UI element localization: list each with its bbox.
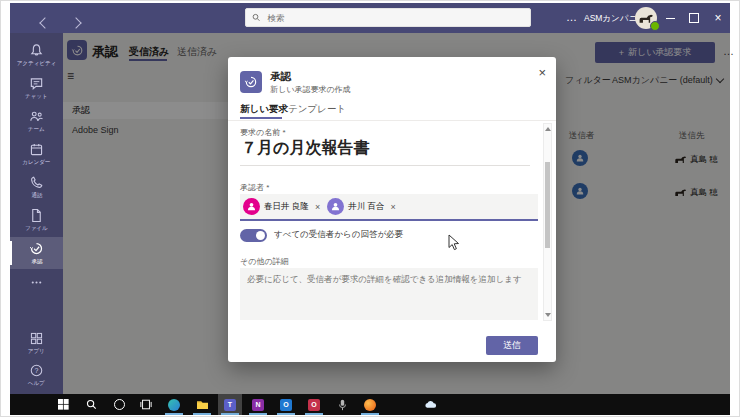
start-button[interactable] — [51, 394, 75, 415]
app-rail: アクティビティ チャット チーム カレンダー 通話 ファイル 承認 … — [10, 33, 63, 394]
new-approval-dialog: 承認 新しい承認要求の作成 × 新しい要求 テンプレート 要求の名前 * 承認者… — [228, 57, 556, 362]
apps-grid-icon — [29, 331, 44, 346]
dialog-tab-new-request[interactable]: 新しい要求 — [240, 103, 288, 116]
sidebar-item-files[interactable]: ファイル — [10, 204, 63, 236]
chat-icon — [29, 76, 44, 91]
sidebar-item-apps[interactable]: アプリ — [10, 327, 63, 359]
sidebar-item-label: アクティビティ — [17, 59, 57, 67]
windows-taskbar: T N O O 31°C くもりのち… ^ A 11:2 — [10, 394, 730, 415]
mouse-cursor — [448, 234, 460, 251]
teams-people-icon — [29, 109, 44, 124]
forward-icon — [70, 17, 81, 28]
search-input[interactable] — [265, 12, 524, 24]
minimize-icon — [666, 18, 675, 19]
file-icon — [29, 208, 44, 223]
search-box[interactable] — [245, 8, 531, 27]
more-dots-icon — [29, 275, 44, 290]
sidebar-item-label: 通話 — [31, 191, 42, 199]
sidebar-item-teams[interactable]: チーム — [10, 105, 63, 137]
sidebar-item-label: ヘルプ — [28, 379, 45, 387]
toggle-knob — [256, 231, 265, 240]
sidebar-item-help[interactable]: ? ヘルプ — [10, 359, 63, 391]
outlook-icon: O — [280, 399, 292, 411]
taskbar-search-button[interactable] — [79, 394, 103, 415]
dialog-title: 承認 — [270, 70, 291, 84]
send-button[interactable]: 送信 — [486, 336, 538, 355]
office-taskbar-icon[interactable]: O — [302, 394, 326, 415]
approvals-dialog-icon — [240, 71, 262, 93]
teams-taskbar-icon[interactable]: T — [218, 394, 242, 415]
approvers-label: 承認者 * — [240, 182, 269, 193]
maximize-icon — [689, 13, 699, 23]
scroll-down-arrow[interactable] — [545, 313, 551, 317]
approver-name: 井川 百合 — [348, 201, 384, 213]
sidebar-item-calendar[interactable]: カレンダー — [10, 138, 63, 170]
edge-taskbar-icon[interactable] — [162, 394, 186, 415]
sidebar-item-label: カレンダー — [22, 158, 50, 166]
edge-icon — [168, 399, 180, 411]
remove-approver-button[interactable]: × — [391, 202, 396, 212]
remove-approver-button[interactable]: × — [315, 202, 320, 212]
forward-button[interactable] — [72, 13, 80, 31]
teams-icon: T — [224, 399, 236, 411]
cortana-icon — [114, 399, 125, 410]
approvals-icon — [29, 241, 44, 256]
approver-chip: 井川 百合 × — [327, 198, 396, 215]
back-icon — [39, 17, 50, 28]
sidebar-item-approvals[interactable]: 承認 — [10, 237, 63, 269]
dialog-tab-templates[interactable]: テンプレート — [288, 103, 346, 116]
request-name-input[interactable] — [240, 137, 530, 166]
cortana-button[interactable] — [107, 394, 131, 415]
firefox-icon — [364, 399, 376, 411]
task-view-button[interactable] — [134, 394, 158, 415]
sidebar-item-chat[interactable]: チャット — [10, 72, 63, 104]
back-button[interactable] — [41, 13, 49, 31]
sidebar-item-label: ファイル — [25, 224, 48, 232]
close-window-button[interactable]: × — [706, 3, 730, 33]
weather-cloud-icon — [424, 400, 437, 409]
dialog-divider — [228, 120, 556, 121]
maximize-button[interactable] — [682, 3, 706, 33]
task-view-icon — [140, 399, 152, 410]
weather-button[interactable] — [422, 394, 438, 415]
dialog-tab-underline — [240, 117, 282, 119]
sidebar-item-activity[interactable]: アクティビティ — [10, 39, 63, 71]
calendar-icon — [29, 142, 44, 157]
titlebar-more-button[interactable]: … — [566, 11, 577, 23]
file-explorer-taskbar-icon[interactable] — [190, 394, 214, 415]
sidebar-item-more[interactable]: … — [10, 270, 63, 302]
sidebar-item-calls[interactable]: 通話 — [10, 171, 63, 203]
recorder-taskbar-icon[interactable] — [330, 394, 354, 415]
approver-name: 春日井 良隆 — [264, 201, 309, 213]
minimize-button[interactable] — [658, 3, 682, 33]
dialog-subtitle: 新しい承認要求の作成 — [270, 84, 351, 95]
firefox-taskbar-icon[interactable] — [358, 394, 382, 415]
phone-icon — [29, 175, 44, 190]
scroll-up-arrow[interactable] — [545, 127, 551, 131]
dialog-close-button[interactable]: × — [538, 65, 546, 80]
title-bar: … ASMカンパニー × — [10, 3, 730, 33]
approvers-input[interactable]: 春日井 良隆 × 井川 百合 × — [240, 194, 538, 221]
scrollbar-thumb[interactable] — [545, 162, 550, 248]
sidebar-item-label: チャット — [25, 92, 48, 100]
help-icon: ? — [29, 363, 44, 378]
folder-icon — [196, 399, 209, 410]
svg-text:?: ? — [35, 367, 39, 374]
require-all-label: すべての受信者からの回答が必要 — [274, 229, 403, 241]
outlook-taskbar-icon[interactable]: O — [274, 394, 298, 415]
windows-logo-icon — [58, 399, 69, 410]
onenote-icon: N — [252, 399, 264, 411]
dialog-scrollbar[interactable] — [543, 123, 552, 321]
onenote-taskbar-icon[interactable]: N — [246, 394, 270, 415]
search-icon — [86, 399, 97, 410]
teams-window: … ASMカンパニー × アクティビティ チャット チーム カレンダー 通話 — [10, 3, 730, 415]
search-icon — [252, 13, 260, 22]
require-all-toggle[interactable] — [240, 229, 267, 242]
sidebar-item-label: 承認 — [31, 257, 42, 265]
details-label: その他の詳細 — [240, 256, 289, 267]
details-textarea[interactable] — [240, 268, 538, 320]
microphone-icon — [338, 399, 347, 411]
office-icon: O — [308, 399, 320, 411]
sidebar-item-label: チーム — [28, 125, 45, 133]
approver-avatar — [327, 198, 344, 215]
